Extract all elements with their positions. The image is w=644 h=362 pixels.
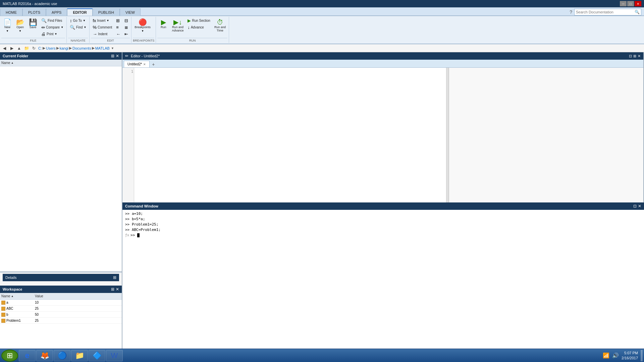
taskbar-matlab[interactable]: 🔷 bbox=[89, 350, 105, 361]
add-tab-button[interactable]: + bbox=[150, 61, 156, 67]
find-button[interactable]: 🔍 Find ▼ bbox=[68, 24, 88, 31]
editor-divider[interactable] bbox=[446, 68, 449, 202]
new-icon: 📄 bbox=[3, 19, 12, 25]
breadcrumb-matlab[interactable]: MATLAB bbox=[95, 46, 110, 50]
files-icon: 📁 bbox=[75, 351, 84, 360]
show-desktop-btn[interactable] bbox=[641, 350, 643, 361]
workspace-row-a[interactable]: a 10 bbox=[0, 300, 122, 306]
editor-tab-untitled2[interactable]: Untitled2* ✕ bbox=[124, 61, 150, 67]
taskbar-word[interactable]: W bbox=[106, 350, 123, 361]
save-button[interactable]: 💾 Save bbox=[27, 17, 39, 31]
tab-editor[interactable]: EDITOR bbox=[67, 8, 92, 16]
command-window-expand[interactable]: ⊡ bbox=[633, 204, 637, 208]
ws-col-name-header[interactable]: Name ▲ bbox=[1, 294, 35, 298]
minimize-button[interactable]: ─ bbox=[620, 1, 627, 6]
command-window-close[interactable]: ✕ bbox=[638, 204, 641, 208]
maximize-button[interactable]: □ bbox=[627, 1, 634, 6]
folder-col-name[interactable]: Name ▲ bbox=[1, 61, 120, 65]
editor-tab-close[interactable]: ✕ bbox=[143, 63, 146, 66]
tab-plots[interactable]: PLOTS bbox=[22, 8, 46, 16]
network-icon: 📶 bbox=[603, 352, 609, 359]
search-documentation-box[interactable]: 🔍 bbox=[574, 9, 641, 15]
print-button[interactable]: 🖨 Print ▼ bbox=[40, 31, 65, 37]
editor-code-area[interactable] bbox=[134, 68, 446, 202]
back-button[interactable]: ◀ bbox=[1, 45, 7, 51]
editor-content: 1 bbox=[122, 68, 643, 202]
breadcrumb-kangi[interactable]: kangi bbox=[60, 46, 68, 50]
taskbar-files[interactable]: 📁 bbox=[71, 350, 88, 361]
breadcrumb-users[interactable]: Users bbox=[46, 46, 56, 50]
workspace-row-problem1[interactable]: Problem1 25 bbox=[0, 318, 122, 324]
editor-undock-icon[interactable]: ⊡ bbox=[629, 54, 632, 58]
workspace-close[interactable]: ✕ bbox=[116, 287, 119, 292]
tab-home[interactable]: HOME bbox=[0, 8, 22, 16]
compare-dropdown: ▼ bbox=[61, 26, 63, 29]
edit-btn2b[interactable]: ≡ bbox=[114, 24, 122, 31]
tab-publish[interactable]: PUBLISH bbox=[93, 8, 120, 16]
breakpoints-section-label: BREAKPOINTS bbox=[133, 38, 154, 42]
start-button[interactable]: ⊞ bbox=[1, 350, 18, 362]
edit-btn3c[interactable]: ⇤ bbox=[123, 31, 130, 37]
search-documentation-input[interactable] bbox=[576, 10, 635, 14]
current-folder-close[interactable]: ✕ bbox=[116, 54, 119, 58]
find-files-button[interactable]: 🔍 Find Files bbox=[40, 17, 65, 24]
edit-section-label: EDIT bbox=[91, 38, 130, 42]
navigate-buttons: ↕ Go To ▼ 🔍 Find ▼ bbox=[68, 17, 88, 31]
help-icon[interactable]: ? bbox=[570, 9, 572, 15]
tab-apps[interactable]: APPS bbox=[46, 8, 67, 16]
details-expand[interactable]: ⊞ bbox=[113, 275, 116, 280]
workspace-expand[interactable]: ⊞ bbox=[111, 287, 114, 292]
open-dropdown-arrow: ▼ bbox=[19, 29, 21, 33]
command-window-content[interactable]: >> a=10; >> b=5*a; >> Problem1=25; >> AB… bbox=[122, 210, 644, 353]
close-button[interactable]: ✕ bbox=[635, 1, 641, 6]
editor-tab-bar: Untitled2* ✕ + bbox=[122, 60, 643, 68]
indent-button[interactable]: → Indent bbox=[91, 31, 114, 37]
run-and-advance-button[interactable]: ▶↓ Run andAdvance bbox=[170, 17, 185, 34]
workspace-row-abc[interactable]: ABC 25 bbox=[0, 306, 122, 312]
browse-button[interactable]: 📁 bbox=[23, 45, 30, 51]
current-folder-expand[interactable]: ⊞ bbox=[111, 54, 114, 58]
run-section-button[interactable]: ▶ Run Section bbox=[186, 17, 212, 24]
up-button[interactable]: ▲ bbox=[16, 45, 22, 51]
breadcrumb-c[interactable]: C: bbox=[38, 46, 42, 50]
breadcrumb-dropdown[interactable]: ▼ bbox=[111, 47, 114, 50]
breakpoints-button[interactable]: 🔴 Breakpoints ▼ bbox=[133, 17, 152, 34]
insert-button[interactable]: fx Insert ▼ bbox=[91, 17, 114, 24]
compare-button[interactable]: ⇔ Compare ▼ bbox=[40, 24, 65, 31]
go-to-button[interactable]: ↕ Go To ▼ bbox=[68, 17, 88, 24]
workspace-row-b[interactable]: b 50 bbox=[0, 312, 122, 318]
open-button[interactable]: 📂 Open ▼ bbox=[14, 17, 26, 34]
edit-btn2c[interactable]: ← bbox=[114, 31, 122, 37]
folder-content[interactable] bbox=[0, 66, 122, 272]
advance-label: Advance bbox=[191, 25, 204, 29]
run-and-time-button[interactable]: ⏱ Run andTime bbox=[213, 17, 227, 34]
breadcrumb-documents[interactable]: Documents bbox=[72, 46, 91, 50]
command-window-title: Command Window bbox=[125, 204, 158, 208]
editor-close-icon[interactable]: ✕ bbox=[638, 54, 641, 58]
tab-view[interactable]: VIEW bbox=[120, 8, 141, 16]
edit-btn2a[interactable]: ⊞ bbox=[114, 17, 122, 24]
edit-btn3b[interactable]: ≣ bbox=[123, 24, 130, 31]
taskbar-firefox[interactable]: 🦊 bbox=[36, 350, 53, 361]
chrome-icon: 🔵 bbox=[58, 351, 67, 360]
taskbar-chrome[interactable]: 🔵 bbox=[54, 350, 70, 361]
taskbar-ie[interactable]: e bbox=[19, 350, 36, 361]
file-section-label: FILE bbox=[1, 38, 65, 42]
refresh-button[interactable]: ↻ bbox=[31, 45, 37, 51]
editor-area: ✏ Editor - Untitled2* ⊡ ⊞ ✕ Untitled2* ✕… bbox=[122, 52, 644, 202]
line-number-1: 1 bbox=[123, 69, 133, 74]
command-window-controls: ⊡ ✕ bbox=[633, 204, 641, 208]
edit-btn3a[interactable]: ⊟ bbox=[123, 17, 130, 24]
run-button[interactable]: ▶ Run bbox=[157, 17, 169, 31]
ie-icon: e bbox=[25, 351, 29, 360]
new-button[interactable]: 📄 New ▼ bbox=[1, 17, 13, 34]
print-dropdown: ▼ bbox=[55, 33, 57, 36]
forward-button[interactable]: ▶ bbox=[9, 45, 15, 51]
ws-col-value-header[interactable]: Value bbox=[35, 294, 120, 298]
cmd-text-1: a=10; bbox=[132, 211, 143, 217]
advance-button[interactable]: ↓ Advance bbox=[186, 24, 212, 31]
run-time-icon: ⏱ bbox=[217, 19, 223, 25]
save-label: Save bbox=[30, 26, 37, 29]
editor-expand-icon[interactable]: ⊞ bbox=[633, 54, 636, 58]
comment-button[interactable]: % Comment bbox=[91, 24, 114, 31]
